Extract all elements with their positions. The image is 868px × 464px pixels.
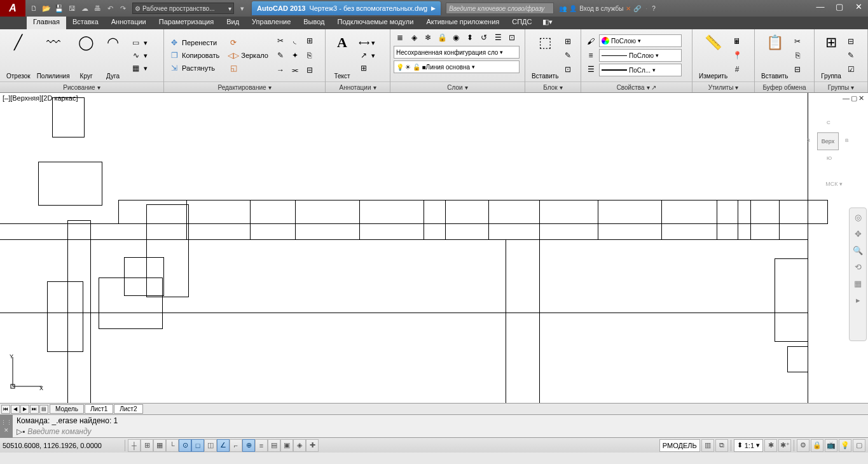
document-tab[interactable]: AutoCAD 2013 Чертеж3 - без вспомогательн… <box>252 1 441 15</box>
edit-block-button[interactable]: ✎ <box>561 49 574 62</box>
new-icon[interactable]: 🗋 <box>28 3 39 14</box>
otrack-button[interactable]: ∠ <box>217 439 230 452</box>
nav-wheel-icon[interactable]: ◎ <box>851 211 864 223</box>
explode-button[interactable]: ✦ <box>289 49 301 62</box>
saveas-icon[interactable]: 🖫 <box>66 3 78 14</box>
space-indicator[interactable]: РМОДЕЛЬ <box>659 439 700 452</box>
tab-layout1[interactable]: Лист1 <box>85 404 113 414</box>
sc-button[interactable]: ◈ <box>293 439 306 452</box>
copy-clip-button[interactable]: ⎘ <box>791 49 804 62</box>
layout-list-icon[interactable]: ▤ <box>39 405 48 414</box>
tab-manage[interactable]: Управление <box>245 17 297 29</box>
layer-lock-button[interactable]: 🔒 <box>436 31 448 44</box>
layer-walk-button[interactable]: ☰ <box>492 31 504 44</box>
layer-prev-button[interactable]: ↺ <box>478 31 490 44</box>
viewcube[interactable]: С Ю В З Верх <box>806 112 857 182</box>
quickview-drawings-icon[interactable]: ⧉ <box>715 439 728 452</box>
spline-button[interactable]: ∿▾ <box>129 50 149 61</box>
drawing-canvas[interactable]: [–][Верхняя][2D каркас] — ▢ ✕ <box>0 93 868 403</box>
fillet-button[interactable]: ◟ <box>289 34 301 47</box>
cloud-icon[interactable]: ☁ <box>79 3 90 14</box>
layer-state-button[interactable]: ⊡ <box>506 31 518 44</box>
attr-button[interactable]: ⊡ <box>561 63 574 76</box>
am-button[interactable]: ✚ <box>306 439 319 452</box>
minimize-button[interactable]: — <box>811 0 830 13</box>
exchange-icon[interactable]: ✕ <box>626 5 631 12</box>
layer-prop-button[interactable]: ≣ <box>394 31 406 44</box>
lineweight-dropdown[interactable]: ПоСл... <box>599 64 682 76</box>
tab-model[interactable]: Модель <box>50 404 84 414</box>
quickview-layouts-icon[interactable]: ▥ <box>701 439 714 452</box>
tab-annotations[interactable]: Аннотации <box>105 17 153 29</box>
grid-button[interactable]: ▦ <box>153 439 166 452</box>
nav-showmotion-icon[interactable]: ▦ <box>851 277 864 290</box>
workspace-dropdown[interactable]: ⚙ Рабочее пространство... ▾ <box>132 3 234 14</box>
wcs-label[interactable]: МСК ▾ <box>825 181 843 187</box>
quickcalc-button[interactable]: 🖩 <box>731 35 743 48</box>
cut-button[interactable]: ✂ <box>791 35 804 48</box>
color-dropdown[interactable]: ПоСлою <box>599 34 682 47</box>
create-block-button[interactable]: ⊞ <box>561 35 574 48</box>
layout-last-icon[interactable]: ⏭ <box>30 405 39 414</box>
tab-addins[interactable]: Подключаемые модули <box>331 17 420 29</box>
maximize-button[interactable]: ▢ <box>830 0 849 13</box>
rotate-button[interactable]: ⟳ <box>226 37 270 48</box>
nav-orbit-icon[interactable]: ⟲ <box>851 260 864 273</box>
hatch-button[interactable]: ▦▾ <box>129 62 149 74</box>
stretch-button[interactable]: ⇲Растянуть <box>167 62 221 74</box>
scale-button[interactable]: ◱ <box>226 62 270 74</box>
tab-parametric[interactable]: Параметризация <box>153 17 220 29</box>
clean-screen-icon[interactable]: ▢ <box>853 439 865 452</box>
polar-button[interactable]: ⊙ <box>179 439 191 452</box>
close-button[interactable]: ✕ <box>849 0 868 13</box>
paste-spec-button[interactable]: ⊟ <box>791 63 804 76</box>
annotation-scale[interactable]: ⬍ 1:1 ▾ <box>734 439 763 452</box>
qat-dropdown-icon[interactable]: ▾ <box>237 3 248 14</box>
annoviz-icon[interactable]: ✱ <box>764 439 777 452</box>
move-button[interactable]: ✥Перенести <box>167 37 221 48</box>
dim-linear-button[interactable]: ⟷▾ <box>357 37 377 48</box>
trim-button[interactable]: ✂ <box>274 34 287 47</box>
autodesk360-icon[interactable]: 🔗 <box>633 5 641 12</box>
command-handle[interactable]: ⋮⋮✕ <box>0 415 13 438</box>
infer-button[interactable]: ┼ <box>128 439 141 452</box>
tab-insert[interactable]: Вставка <box>66 17 105 29</box>
open-icon[interactable]: 📂 <box>41 3 52 14</box>
ducs-button[interactable]: ⌐ <box>230 439 242 452</box>
current-layer-dropdown[interactable]: 💡☀ 🔓 ■ Линия основна <box>394 60 520 73</box>
layout-first-icon[interactable]: ⏮ <box>1 405 10 414</box>
copy-button[interactable]: ❐Копировать <box>167 50 221 61</box>
coordinates[interactable]: 50510.6008, 1126.1926, 0.0000 <box>3 442 123 449</box>
rect-button[interactable]: ▭▾ <box>129 37 149 48</box>
infocenter-icon[interactable]: 👥 <box>559 5 567 12</box>
count-button[interactable]: # <box>731 63 743 76</box>
tab-home[interactable]: Главная <box>27 17 66 29</box>
hardware-accel-icon[interactable]: 📺 <box>825 439 837 452</box>
search-input[interactable]: Введите ключевое слово/фразу <box>446 3 554 14</box>
paste-button[interactable]: 📋Вставить <box>758 31 791 80</box>
id-button[interactable]: 📍 <box>731 49 743 62</box>
viewcube-top[interactable]: Верх <box>817 132 839 150</box>
insert-block-button[interactable]: ⬚Вставить <box>528 31 561 80</box>
tab-launcher-icon[interactable]: ◧▾ <box>539 17 556 29</box>
print-icon[interactable]: 🖶 <box>92 3 103 14</box>
toolbar-lock-icon[interactable]: 🔒 <box>811 439 823 452</box>
ungroup-button[interactable]: ⊟ <box>844 35 857 48</box>
snap-button[interactable]: ⊞ <box>141 439 153 452</box>
arc-button[interactable]: ◠Дуга <box>100 31 127 80</box>
line-button[interactable]: ╱Отрезок <box>3 31 34 80</box>
help-icon[interactable]: ? <box>652 5 656 12</box>
extend-button[interactable]: → <box>274 64 287 76</box>
group-button[interactable]: ⊞Группа <box>818 31 844 80</box>
mirror-button[interactable]: ◁▷Зеркало <box>226 50 270 61</box>
erase-button[interactable]: ✎ <box>274 49 287 62</box>
nav-pan-icon[interactable]: ✥ <box>851 227 864 240</box>
match-props-button[interactable]: 🖌 <box>584 35 597 48</box>
annoauto-icon[interactable]: ✱⁺ <box>778 439 791 452</box>
save-icon[interactable]: 💾 <box>53 3 65 14</box>
layer-match-button[interactable]: ⬍ <box>464 31 476 44</box>
dyn-button[interactable]: ⊕ <box>242 439 255 452</box>
polyline-button[interactable]: 〰Полилиния <box>34 31 73 80</box>
qp-button[interactable]: ▣ <box>280 439 293 452</box>
group-edit-button[interactable]: ✎ <box>844 49 857 62</box>
